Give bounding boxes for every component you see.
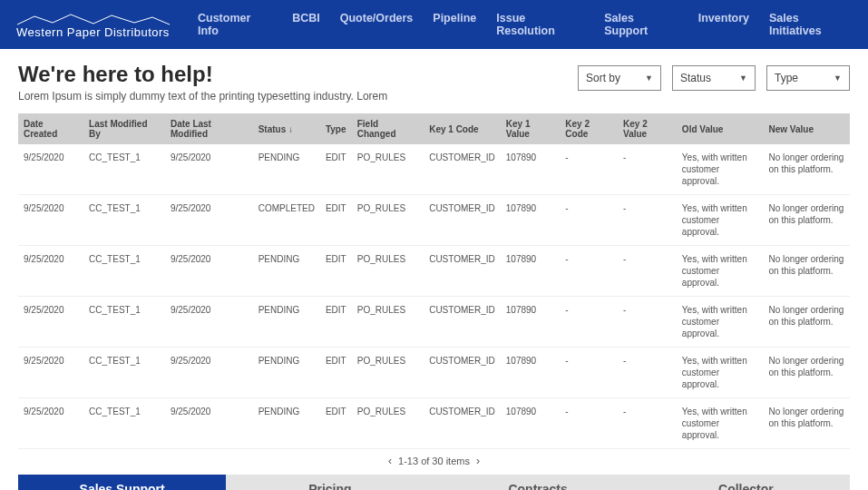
cell-new: No longer ordering on this platform.	[764, 398, 851, 449]
cell-type: EDIT	[320, 144, 352, 195]
cell-status: PENDING	[253, 144, 320, 195]
cell-field: PO_RULES	[352, 398, 424, 449]
brand-name: Western Paper Distributors	[16, 25, 170, 39]
nav-issue-resolution[interactable]: Issue Resolution	[496, 12, 584, 37]
table-row[interactable]: 9/25/2020CC_TEST_19/25/2020PENDINGEDITPO…	[18, 398, 850, 449]
cell-new: No longer ordering on this platform.	[764, 246, 851, 297]
cell-k2c: -	[560, 246, 618, 297]
col-old-value[interactable]: Old Value	[677, 113, 764, 144]
cell-by: CC_TEST_1	[83, 246, 165, 297]
type-dropdown[interactable]: Type ▼	[766, 65, 850, 91]
cell-new: No longer ordering on this platform.	[764, 297, 851, 348]
cell-by: CC_TEST_1	[83, 195, 165, 246]
cell-field: PO_RULES	[352, 297, 424, 348]
cell-type: EDIT	[320, 195, 352, 246]
chevron-down-icon: ▼	[834, 74, 842, 83]
status-label: Status	[680, 72, 711, 84]
nav-quote-orders[interactable]: Quote/Orders	[340, 12, 414, 37]
data-grid: Date Created Last Modified By Date Last …	[18, 113, 850, 449]
col-key1-code[interactable]: Key 1 Code	[424, 113, 501, 144]
tab-contracts[interactable]: Contracts	[434, 475, 642, 490]
chevron-down-icon: ▼	[739, 74, 747, 83]
cell-status: PENDING	[253, 398, 320, 449]
cell-k2v: -	[618, 246, 677, 297]
cell-k2c: -	[560, 297, 618, 348]
col-new-value[interactable]: New Value	[764, 113, 851, 144]
cell-field: PO_RULES	[352, 195, 424, 246]
col-key2-value[interactable]: Key 2 Value	[618, 113, 677, 144]
cell-k1v: 107890	[501, 144, 561, 195]
col-date-last-modified[interactable]: Date Last Modified	[165, 113, 253, 144]
nav-sales-initiatives[interactable]: Sales Initiatives	[769, 12, 852, 37]
cell-k2v: -	[618, 297, 677, 348]
pager: ‹ 1-13 of 30 items ›	[18, 455, 850, 467]
cell-mod: 9/25/2020	[165, 398, 253, 449]
top-nav: Western Paper Distributors Customer Info…	[0, 0, 868, 49]
cell-k1c: CUSTOMER_ID	[424, 348, 501, 398]
cell-status: PENDING	[253, 246, 320, 297]
cell-mod: 9/25/2020	[165, 297, 253, 348]
table-row[interactable]: 9/25/2020CC_TEST_19/25/2020COMPLETEDEDIT…	[18, 195, 850, 246]
sort-dropdown[interactable]: Sort by ▼	[578, 65, 661, 91]
cell-old: Yes, with written customer approval.	[677, 144, 764, 195]
cell-date: 9/25/2020	[18, 195, 83, 246]
cell-k1v: 107890	[501, 195, 561, 246]
cell-k2c: -	[560, 398, 618, 449]
cell-date: 9/25/2020	[18, 144, 83, 195]
status-dropdown[interactable]: Status ▼	[672, 65, 756, 91]
col-type[interactable]: Type	[320, 113, 352, 144]
pager-text: 1-13 of 30 items	[398, 456, 470, 466]
table-row[interactable]: 9/25/2020CC_TEST_19/25/2020PENDINGEDITPO…	[18, 144, 850, 195]
cell-old: Yes, with written customer approval.	[677, 348, 764, 398]
cell-k2v: -	[618, 398, 677, 449]
cell-field: PO_RULES	[352, 348, 424, 398]
cell-k1v: 107890	[501, 246, 561, 297]
nav-inventory[interactable]: Inventory	[698, 12, 749, 37]
cell-field: PO_RULES	[352, 246, 424, 297]
table-row[interactable]: 9/25/2020CC_TEST_19/25/2020PENDINGEDITPO…	[18, 246, 850, 297]
chevron-down-icon: ▼	[645, 74, 653, 83]
col-key2-code[interactable]: Key 2 Code	[560, 113, 618, 144]
cell-old: Yes, with written customer approval.	[677, 297, 764, 348]
brand-logo: Western Paper Distributors	[16, 11, 171, 39]
tab-pricing[interactable]: Pricing	[226, 475, 434, 490]
col-key1-value[interactable]: Key 1 Value	[501, 113, 561, 144]
cell-by: CC_TEST_1	[83, 297, 165, 348]
prev-page-icon[interactable]: ‹	[385, 455, 395, 467]
type-label: Type	[775, 72, 798, 84]
next-page-icon[interactable]: ›	[473, 455, 483, 467]
cell-k1c: CUSTOMER_ID	[424, 297, 501, 348]
cell-mod: 9/25/2020	[165, 144, 253, 195]
cell-date: 9/25/2020	[18, 348, 83, 398]
cell-status: PENDING	[253, 348, 320, 398]
cell-k1c: CUSTOMER_ID	[424, 246, 501, 297]
cell-date: 9/25/2020	[18, 398, 83, 449]
nav-bcbi[interactable]: BCBI	[292, 12, 320, 37]
cell-type: EDIT	[320, 297, 352, 348]
col-date-created[interactable]: Date Created	[18, 113, 83, 144]
cell-k1c: CUSTOMER_ID	[424, 195, 501, 246]
cell-mod: 9/25/2020	[165, 348, 253, 398]
col-last-modified-by[interactable]: Last Modified By	[83, 113, 165, 144]
sort-label: Sort by	[586, 72, 620, 84]
cell-date: 9/25/2020	[18, 246, 83, 297]
cell-k2v: -	[618, 348, 677, 398]
table-row[interactable]: 9/25/2020CC_TEST_19/25/2020PENDINGEDITPO…	[18, 297, 850, 348]
cell-by: CC_TEST_1	[83, 144, 165, 195]
nav-sales-support[interactable]: Sales Support	[604, 12, 678, 37]
nav-items: Customer Info BCBI Quote/Orders Pipeline…	[198, 12, 852, 37]
cell-old: Yes, with written customer approval.	[677, 195, 764, 246]
col-field-changed[interactable]: Field Changed	[352, 113, 424, 144]
cell-k2c: -	[560, 144, 618, 195]
cell-mod: 9/25/2020	[165, 246, 253, 297]
col-status[interactable]: Status ↓	[253, 113, 320, 144]
nav-customer-info[interactable]: Customer Info	[198, 12, 272, 37]
table-row[interactable]: 9/25/2020CC_TEST_19/25/2020PENDINGEDITPO…	[18, 348, 850, 398]
cell-by: CC_TEST_1	[83, 398, 165, 449]
page-title: We're here to help!	[18, 62, 387, 87]
tab-collector[interactable]: Collector	[642, 475, 850, 490]
tab-sales-support[interactable]: Sales Support	[18, 475, 226, 490]
cell-k2v: -	[618, 195, 677, 246]
cell-new: No longer ordering on this platform.	[764, 195, 851, 246]
nav-pipeline[interactable]: Pipeline	[433, 12, 476, 37]
